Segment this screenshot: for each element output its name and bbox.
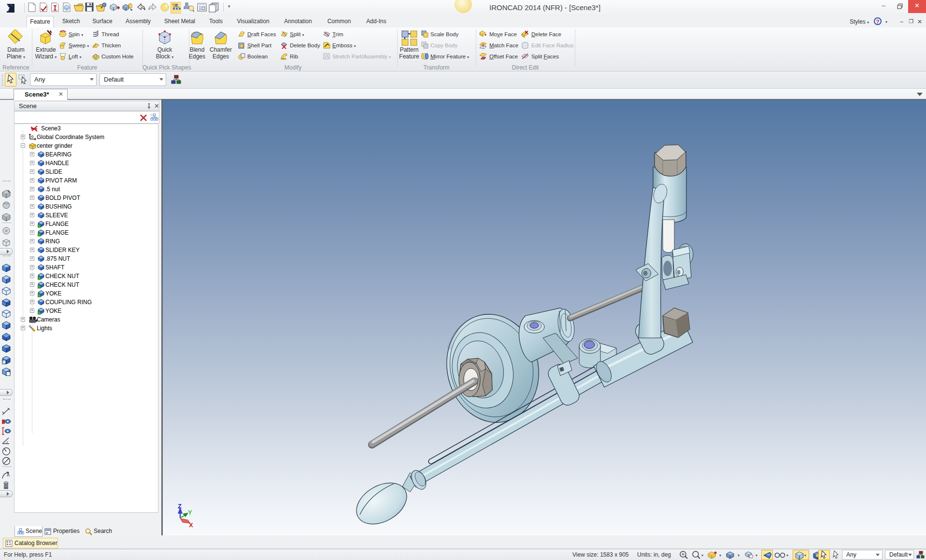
svg-text:Y: Y [188, 509, 192, 516]
svg-text:Z: Z [178, 503, 182, 510]
svg-text:X: X [189, 521, 193, 529]
svg-text:A: A [7, 473, 10, 477]
